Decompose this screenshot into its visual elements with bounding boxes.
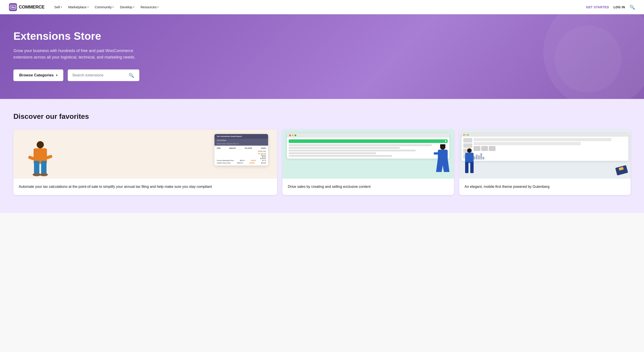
thumb-3: [489, 146, 496, 151]
svg-point-6: [33, 173, 41, 176]
dot-red: [289, 135, 291, 136]
header-right: GET STARTED LOG IN 🔍: [586, 4, 635, 10]
svg-rect-13: [440, 144, 446, 146]
invoice-row-1: Canvas Basketball Shoe$80.004.625%$3.70: [217, 159, 266, 162]
content-blocks-row: [474, 146, 626, 151]
svg-rect-5: [41, 161, 46, 174]
svg-point-7: [40, 173, 48, 176]
chevron-down-icon: ▾: [112, 6, 114, 8]
green-progress-bar: [289, 139, 448, 143]
invoice-subheader: CALIFORNIA: [214, 139, 268, 142]
sidebar-item-3-2: [463, 143, 472, 148]
person-figure-2: [434, 143, 452, 179]
card-theme-body: An elegant, mobile-first theme powered b…: [459, 179, 630, 195]
nav-resources[interactable]: Resources ▾: [138, 3, 162, 11]
content-line-3: [289, 150, 416, 152]
hero-section: Extensions Store Grow your business with…: [0, 14, 644, 99]
bar-indicator: [445, 141, 446, 142]
card-content-body: Drive sales by creating and selling excl…: [282, 179, 454, 195]
discover-title: Discover our favorites: [14, 112, 630, 121]
svg-rect-12: [434, 152, 439, 155]
logo-link[interactable]: Woo COMMERCE: [9, 3, 44, 11]
card-content[interactable]: Drive sales by creating and selling excl…: [282, 130, 454, 195]
card-tax-desc: Automate your tax calculations at the po…: [19, 184, 272, 190]
chevron-down-icon: ▾: [56, 73, 58, 77]
svg-point-2: [37, 141, 44, 148]
card-tax-image: Tax Jurisdiction Detail Report CALIFORNI…: [14, 130, 277, 179]
site-header: Woo COMMERCE Sell ▾ Marketplace ▾ Commun…: [0, 0, 644, 14]
nav-develop[interactable]: Develop ▾: [117, 3, 137, 11]
dot-yellow-3: [465, 134, 467, 136]
get-started-button[interactable]: GET STARTED: [586, 5, 609, 9]
content-line-4: [289, 152, 376, 154]
chevron-down-icon: ▾: [158, 6, 158, 8]
invoice-row-2: Leather Dress Shoe$300.008.625%$25.88: [217, 162, 266, 164]
nav-marketplace[interactable]: Marketplace ▾: [66, 3, 91, 11]
main-nav: Sell ▾ Marketplace ▾ Community ▾ Develop…: [52, 3, 161, 11]
cards-grid: Tax Jurisdiction Detail Report CALIFORNI…: [14, 130, 630, 195]
browser-content-3: [462, 137, 628, 161]
chevron-down-icon: ▾: [88, 6, 88, 8]
svg-rect-16: [465, 162, 468, 173]
person-figure-1: [27, 139, 54, 179]
chevron-down-icon: ▾: [133, 6, 134, 8]
browser-top-2: [287, 133, 449, 138]
card-theme[interactable]: An elegant, mobile-first theme powered b…: [459, 130, 630, 195]
bar-4: [480, 153, 482, 160]
invoice-sub2: Sales invoice: Nassau Shoes ⚙: [214, 142, 268, 146]
svg-rect-17: [470, 162, 474, 173]
thumb-2: [481, 146, 488, 151]
card-reader: [615, 165, 628, 176]
dot-red-3: [463, 134, 465, 136]
content-line-5: [289, 155, 392, 157]
chevron-down-icon: ▾: [61, 6, 62, 8]
bar-5: [482, 157, 484, 160]
invoice-table: ITEMAMOUNTTAX RATETAXES TOTAL TAX $1,242…: [214, 146, 268, 166]
login-button[interactable]: LOG IN: [614, 5, 625, 9]
sidebar-item-3-1: [463, 138, 472, 143]
invoice-window: Tax Jurisdiction Detail Report CALIFORNI…: [214, 134, 268, 166]
dot-green: [294, 135, 296, 136]
tax-sub1: $26.25: [217, 155, 266, 156]
nav-sell[interactable]: Sell ▾: [52, 3, 64, 11]
person-figure-3: [462, 147, 477, 179]
chart-bars: [474, 153, 626, 160]
card-tax[interactable]: Tax Jurisdiction Detail Report CALIFORNI…: [14, 130, 277, 195]
hero-actions: Browse Categories ▾ 🔍: [14, 69, 630, 81]
content-lines: [289, 144, 448, 157]
logo-icon: Woo: [9, 3, 17, 11]
content-block-3-2: [474, 142, 581, 145]
nav-community[interactable]: Community ▾: [92, 3, 116, 11]
card-tax-body: Automate your tax calculations at the po…: [14, 179, 277, 195]
invoice-table-header: ITEMAMOUNTTAX RATETAXES: [217, 147, 266, 150]
browser-main-3: [474, 138, 626, 160]
content-line-1: [289, 144, 432, 146]
dot-green-3: [467, 134, 469, 136]
dot-yellow: [292, 135, 294, 136]
svg-point-14: [467, 148, 472, 153]
content-line-2: [289, 147, 400, 149]
search-input[interactable]: [72, 73, 126, 77]
card-theme-illustration: [459, 130, 630, 179]
invoice-header: Tax Jurisdiction Detail Report: [214, 134, 268, 139]
svg-rect-15: [465, 153, 474, 163]
search-icon[interactable]: 🔍: [128, 73, 134, 78]
header-left: Woo COMMERCE Sell ▾ Marketplace ▾ Commun…: [9, 3, 161, 11]
hero-subtitle: Grow your business with hundreds of free…: [14, 48, 143, 60]
browse-categories-button[interactable]: Browse Categories ▾: [14, 69, 63, 81]
svg-rect-4: [34, 161, 39, 174]
tax-sub2: $0.00: [217, 156, 266, 158]
card-content-image: [282, 130, 454, 179]
browser-top-3: [462, 133, 628, 137]
card-theme-desc: An elegant, mobile-first theme powered b…: [465, 184, 625, 190]
svg-text:Woo: Woo: [11, 6, 16, 8]
browser-content-2: [287, 138, 449, 159]
browser-window-3: [462, 133, 628, 161]
total-tax-amount: $1,242.00: [217, 153, 266, 155]
bar-3: [478, 156, 480, 160]
browser-window-2: [287, 133, 449, 159]
search-icon[interactable]: 🔍: [630, 4, 635, 10]
total-tax-label: TOTAL TAX: [217, 150, 266, 153]
search-box: 🔍: [68, 69, 139, 81]
hero-title: Extensions Store: [14, 30, 630, 42]
